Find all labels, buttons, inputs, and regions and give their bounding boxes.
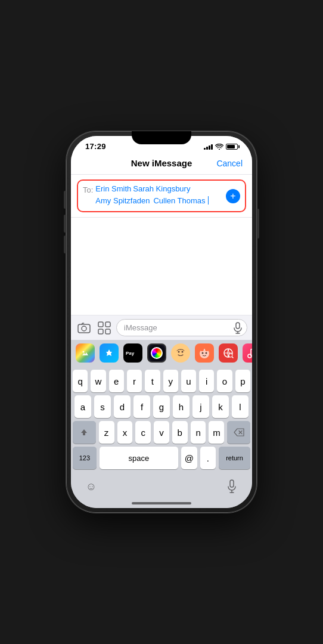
svg-rect-27: [230, 480, 234, 487]
phone-screen: 17:29 New iMessage Can: [71, 136, 252, 508]
header: New iMessage Cancel: [71, 153, 252, 175]
svg-rect-4: [98, 329, 103, 334]
svg-text:Pay: Pay: [126, 351, 135, 356]
key-numbers[interactable]: 123: [73, 447, 97, 469]
svg-point-12: [175, 347, 187, 359]
wifi-icon: [215, 144, 223, 150]
app-strip: Pay: [71, 340, 252, 366]
svg-point-18: [202, 352, 204, 354]
keyboard-row-1: q w e r t y u i o p: [73, 370, 250, 392]
keyboard-row-2: a s d f g h j k l: [73, 395, 250, 418]
message-input[interactable]: iMessage: [116, 319, 247, 336]
svg-point-17: [205, 348, 209, 351]
signal-icon: [204, 144, 213, 150]
svg-rect-3: [105, 322, 110, 327]
svg-rect-0: [78, 324, 90, 333]
key-w[interactable]: w: [91, 370, 105, 392]
cancel-button[interactable]: Cancel: [213, 159, 243, 168]
key-p[interactable]: p: [235, 370, 250, 392]
key-at[interactable]: @: [181, 447, 197, 469]
photos-app-icon[interactable]: [76, 343, 95, 363]
keyboard-row-4: 123 space @ . return: [73, 447, 250, 469]
key-space[interactable]: space: [100, 447, 178, 469]
recipient-sarah-kingsbury[interactable]: Sarah Kingsbury: [133, 184, 190, 193]
key-r[interactable]: r: [127, 370, 142, 392]
recipient-cullen-thomas[interactable]: Cullen Thomas: [153, 196, 205, 205]
bottom-bar: ☺: [71, 475, 252, 502]
key-v[interactable]: v: [154, 421, 169, 444]
to-field-container: To: Erin Smith Sarah Kingsbury Amy Spitz…: [71, 175, 252, 218]
key-a[interactable]: a: [74, 395, 91, 418]
svg-point-1: [82, 326, 86, 331]
appstore-icon[interactable]: [100, 343, 119, 363]
camera-button[interactable]: [76, 320, 92, 336]
keyboard: q w e r t y u i o p a s d f g h j k: [71, 366, 252, 475]
voice-button[interactable]: [231, 321, 244, 335]
home-indicator: [71, 502, 252, 508]
svg-rect-6: [236, 323, 240, 329]
svg-line-22: [232, 357, 234, 358]
key-u[interactable]: u: [181, 370, 196, 392]
key-e[interactable]: e: [109, 370, 124, 392]
notch: [132, 131, 191, 144]
recipients-list: Erin Smith Sarah Kingsbury Amy Spitzfade…: [95, 184, 223, 206]
svg-point-9: [80, 348, 90, 358]
key-h[interactable]: h: [173, 395, 190, 418]
sticker-icon[interactable]: [195, 343, 214, 363]
emoji-button[interactable]: ☺: [83, 478, 100, 495]
svg-point-10: [83, 351, 85, 353]
key-j[interactable]: j: [192, 395, 209, 418]
key-g[interactable]: g: [153, 395, 170, 418]
plus-icon: +: [230, 191, 235, 201]
music-icon[interactable]: [243, 343, 252, 363]
key-y[interactable]: y: [163, 370, 178, 392]
key-z[interactable]: z: [99, 421, 114, 444]
key-return[interactable]: return: [219, 447, 250, 469]
key-i[interactable]: i: [199, 370, 214, 392]
svg-point-14: [182, 351, 184, 353]
key-period[interactable]: .: [200, 447, 216, 469]
battery-icon: [226, 144, 238, 150]
svg-point-19: [206, 352, 207, 354]
key-delete[interactable]: [227, 421, 250, 444]
svg-rect-2: [98, 322, 103, 327]
key-d[interactable]: d: [114, 395, 131, 418]
message-area[interactable]: [71, 218, 252, 315]
keyboard-row-3: z x c v b n m: [73, 421, 250, 444]
home-bar: [132, 502, 191, 504]
applepay-icon[interactable]: Pay: [123, 343, 142, 363]
key-m[interactable]: m: [209, 421, 224, 444]
key-t[interactable]: t: [145, 370, 160, 392]
key-l[interactable]: l: [232, 395, 249, 418]
add-recipient-button[interactable]: +: [226, 189, 240, 203]
key-x[interactable]: x: [117, 421, 133, 444]
apps-button[interactable]: [96, 320, 113, 336]
svg-rect-5: [105, 329, 110, 334]
key-b[interactable]: b: [172, 421, 188, 444]
key-k[interactable]: k: [212, 395, 229, 418]
key-o[interactable]: o: [217, 370, 232, 392]
recipient-erin-smith[interactable]: Erin Smith: [95, 184, 131, 193]
key-shift[interactable]: [73, 421, 96, 444]
recipient-amy-spitzfaden[interactable]: Amy Spitzfaden: [95, 196, 150, 205]
svg-point-13: [178, 351, 180, 353]
input-bar: iMessage: [71, 315, 252, 340]
memoji-icon[interactable]: [147, 343, 166, 363]
header-title: New iMessage: [110, 158, 213, 168]
key-c[interactable]: c: [135, 421, 151, 444]
text-cursor: [208, 196, 209, 205]
status-icons: [204, 144, 238, 150]
microphone-button[interactable]: [223, 478, 240, 495]
key-n[interactable]: n: [191, 421, 206, 444]
imessage-placeholder: iMessage: [124, 323, 157, 332]
key-s[interactable]: s: [94, 395, 111, 418]
key-f[interactable]: f: [133, 395, 150, 418]
phone-device: 17:29 New iMessage Can: [66, 131, 257, 513]
status-time: 17:29: [85, 142, 106, 151]
to-field[interactable]: To: Erin Smith Sarah Kingsbury Amy Spitz…: [77, 179, 246, 212]
search-icon[interactable]: [219, 343, 238, 363]
memoji2-icon[interactable]: [171, 343, 190, 363]
svg-point-16: [200, 348, 204, 351]
to-label: To:: [83, 184, 93, 194]
key-q[interactable]: q: [73, 370, 88, 392]
